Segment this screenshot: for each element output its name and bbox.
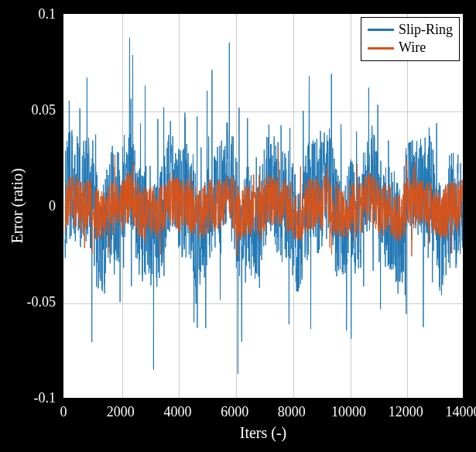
plot-area	[62, 12, 464, 399]
x-tick-label: 12000	[389, 404, 423, 420]
x-tick-label: 4000	[163, 404, 191, 420]
y-tick-label: 0.05	[32, 102, 57, 118]
legend-item: Wire	[368, 39, 453, 56]
y-tick-label: -0.1	[34, 390, 57, 406]
chart-container: Iters (-) Error (ratio) Slip-Ring Wire 0…	[0, 0, 476, 452]
x-axis-label: Iters (-)	[240, 424, 287, 442]
x-tick-label: 14000	[446, 404, 477, 420]
legend-label: Wire	[399, 39, 426, 56]
legend-label: Slip-Ring	[399, 21, 453, 39]
legend-item: Slip-Ring	[368, 21, 453, 39]
y-tick-label: 0	[49, 198, 56, 214]
signal-canvas	[63, 14, 464, 399]
y-tick-label: -0.05	[27, 294, 57, 310]
x-tick-label: 8000	[278, 404, 306, 420]
legend-swatch-icon	[368, 29, 394, 31]
x-tick-label: 6000	[221, 404, 248, 420]
y-axis-label: Error (ratio)	[9, 168, 26, 243]
legend-swatch-icon	[368, 47, 394, 50]
x-tick-label: 0	[60, 404, 67, 420]
y-tick-label: 0.1	[39, 6, 57, 22]
legend: Slip-Ring Wire	[361, 17, 460, 61]
x-tick-label: 2000	[107, 404, 135, 420]
x-tick-label: 10000	[331, 404, 366, 420]
